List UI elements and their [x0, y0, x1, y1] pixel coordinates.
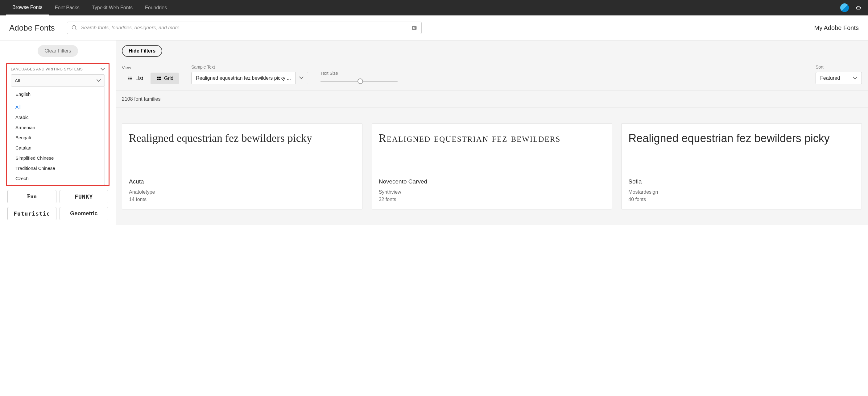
chevron-down-icon	[101, 67, 105, 71]
tag-row-1: Fun FUNKY	[6, 190, 110, 203]
grid-icon	[156, 76, 162, 81]
search-box[interactable]	[67, 22, 422, 34]
view-group: View List Grid	[122, 65, 179, 84]
sort-group: Sort Featured	[815, 64, 862, 84]
nav-typekit-web-fonts[interactable]: Typekit Web Fonts	[86, 0, 139, 16]
tag-geometric[interactable]: Geometric	[60, 207, 108, 220]
font-card[interactable]: Realigned equestrian fez bewilders picky…	[621, 123, 862, 209]
top-navigation: Browse Fonts Font Packs Typekit Web Font…	[0, 0, 868, 16]
sample-text-value: Realigned equestrian fez bewilders picky…	[191, 72, 295, 84]
language-option-english[interactable]: English	[11, 89, 104, 100]
view-list-button[interactable]: List	[122, 73, 149, 84]
nav-foundries[interactable]: Foundries	[139, 0, 173, 16]
view-list-label: List	[135, 76, 143, 81]
sample-text-caret[interactable]	[295, 72, 308, 84]
language-option-catalan[interactable]: Catalan	[11, 143, 104, 153]
chevron-down-icon	[97, 79, 101, 83]
font-meta: Novecento Carved Synthview 32 fonts	[372, 173, 612, 209]
topbar-right	[840, 3, 862, 12]
language-option-traditional-chinese[interactable]: Traditional Chinese	[11, 163, 104, 173]
camera-icon[interactable]	[411, 25, 417, 31]
font-name: Acuta	[129, 178, 355, 185]
font-count-label: 40 fonts	[628, 197, 855, 202]
font-sample: Realigned equestrian fez bewilders	[372, 123, 612, 173]
font-count: 2108 font families	[116, 91, 868, 108]
slider-thumb[interactable]	[358, 79, 363, 84]
clear-filters-button[interactable]: Clear Filters	[38, 45, 78, 57]
font-meta: Acuta Anatoletype 14 fonts	[122, 173, 362, 209]
nav-font-packs[interactable]: Font Packs	[49, 0, 86, 16]
language-select[interactable]: All	[11, 75, 105, 86]
font-foundry: Synthview	[379, 189, 605, 195]
font-name: Sofia	[628, 178, 855, 185]
content-top: Hide Filters	[116, 40, 868, 61]
sort-label: Sort	[815, 64, 862, 69]
language-filter-header[interactable]: LANGUAGES AND WRITING SYSTEMS	[11, 67, 105, 72]
view-grid-button[interactable]: Grid	[151, 73, 179, 84]
search-input[interactable]	[81, 25, 408, 31]
chevron-down-icon	[854, 76, 857, 80]
sidebar: Clear Filters LANGUAGES AND WRITING SYST…	[0, 40, 116, 225]
language-filter-section: LANGUAGES AND WRITING SYSTEMS All Englis…	[6, 63, 110, 186]
nav-links: Browse Fonts Font Packs Typekit Web Font…	[6, 0, 173, 16]
sort-select[interactable]: Featured	[815, 72, 862, 84]
language-option-simplified-chinese[interactable]: Simplified Chinese	[11, 153, 104, 163]
language-option-czech[interactable]: Czech	[11, 173, 104, 183]
sample-text-label: Sample Text	[191, 64, 308, 69]
view-label: View	[122, 65, 179, 70]
font-card[interactable]: Realigned equestrian fez bewilders picky…	[122, 123, 363, 209]
sort-value: Featured	[820, 75, 840, 81]
creative-cloud-icon[interactable]	[855, 4, 862, 11]
text-size-label: Text Size	[320, 71, 398, 76]
view-grid-label: Grid	[164, 76, 173, 81]
font-cards: Realigned equestrian fez bewilders picky…	[116, 108, 868, 209]
content: Hide Filters View List Grid Sample Text	[116, 40, 868, 225]
language-dropdown: English All Arabic Armenian Bengali Cata…	[11, 86, 105, 185]
sample-text-group: Sample Text Realigned equestrian fez bew…	[191, 64, 308, 84]
language-option-bengali[interactable]: Bengali	[11, 133, 104, 143]
header: Adobe Fonts My Adobe Fonts	[0, 16, 868, 40]
tag-row-2: Futuristic Geometric	[6, 207, 110, 220]
font-count-label: 32 fonts	[379, 197, 605, 202]
tag-futuristic[interactable]: Futuristic	[7, 207, 57, 220]
language-filter-label: LANGUAGES AND WRITING SYSTEMS	[11, 67, 83, 72]
font-foundry: Anatoletype	[129, 189, 355, 195]
font-sample: Realigned equestrian fez bewilders picky	[622, 123, 862, 173]
avatar[interactable]	[840, 3, 849, 12]
font-name: Novecento Carved	[379, 178, 605, 185]
hide-filters-button[interactable]: Hide Filters	[122, 45, 162, 57]
tag-funky[interactable]: FUNKY	[60, 190, 108, 203]
sample-text-select[interactable]: Realigned equestrian fez bewilders picky…	[191, 72, 308, 84]
font-sample: Realigned equestrian fez bewilders picky	[122, 123, 362, 173]
language-select-value: All	[15, 78, 20, 83]
logo[interactable]: Adobe Fonts	[9, 23, 55, 33]
font-card[interactable]: Realigned equestrian fez bewilders Novec…	[372, 123, 612, 209]
nav-browse-fonts[interactable]: Browse Fonts	[6, 0, 49, 16]
tag-fun[interactable]: Fun	[7, 190, 57, 203]
search-icon	[71, 25, 77, 31]
toolbar: View List Grid Sample Text Realigned equ…	[116, 61, 868, 91]
my-adobe-fonts-link[interactable]: My Adobe Fonts	[814, 24, 859, 31]
font-count-label: 14 fonts	[129, 197, 355, 202]
chevron-down-icon	[300, 76, 304, 80]
list-icon	[127, 76, 133, 81]
view-toggle: List Grid	[122, 73, 179, 84]
text-size-slider[interactable]	[320, 78, 398, 84]
language-option-armenian[interactable]: Armenian	[11, 122, 104, 133]
language-option-arabic[interactable]: Arabic	[11, 112, 104, 122]
text-size-group: Text Size	[320, 71, 398, 84]
language-option-all[interactable]: All	[11, 102, 104, 112]
main: Clear Filters LANGUAGES AND WRITING SYST…	[0, 40, 868, 225]
font-meta: Sofia Mostardesign 40 fonts	[622, 173, 862, 209]
font-foundry: Mostardesign	[628, 189, 855, 195]
